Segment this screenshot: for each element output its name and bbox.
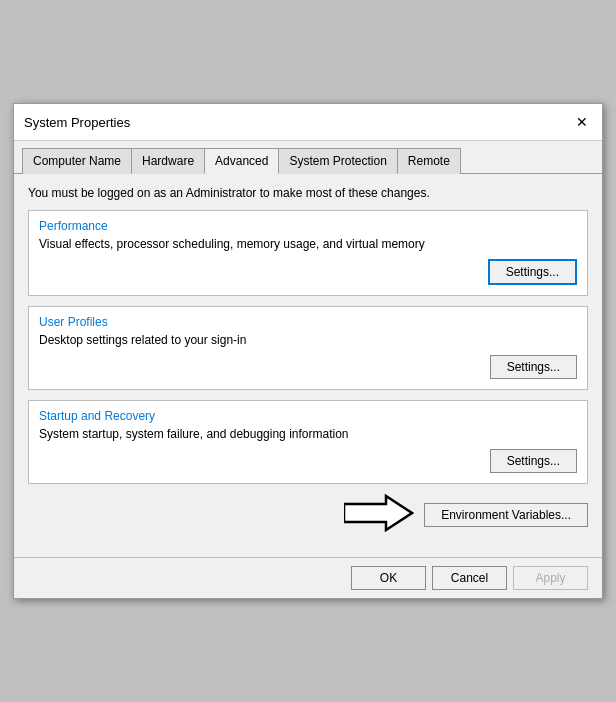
cancel-button[interactable]: Cancel (432, 566, 507, 590)
dialog-footer: OK Cancel Apply (14, 557, 602, 598)
tab-content: You must be logged on as an Administrato… (14, 174, 602, 557)
tab-bar: Computer Name Hardware Advanced System P… (14, 141, 602, 174)
user-profiles-section: User Profiles Desktop settings related t… (28, 306, 588, 390)
tab-system-protection[interactable]: System Protection (278, 148, 397, 174)
tab-remote[interactable]: Remote (397, 148, 461, 174)
tab-computer-name[interactable]: Computer Name (22, 148, 132, 174)
user-profiles-description: Desktop settings related to your sign-in (39, 333, 577, 347)
startup-recovery-section: Startup and Recovery System startup, sys… (28, 400, 588, 484)
tab-hardware[interactable]: Hardware (131, 148, 205, 174)
performance-settings-button[interactable]: Settings... (488, 259, 577, 285)
user-profiles-settings-button[interactable]: Settings... (490, 355, 577, 379)
performance-description: Visual effects, processor scheduling, me… (39, 237, 577, 251)
apply-button[interactable]: Apply (513, 566, 588, 590)
tab-advanced[interactable]: Advanced (204, 148, 279, 174)
close-button[interactable]: ✕ (572, 112, 592, 132)
startup-recovery-description: System startup, system failure, and debu… (39, 427, 577, 441)
title-bar: System Properties ✕ (14, 104, 602, 141)
performance-title: Performance (39, 219, 577, 233)
environment-variables-button[interactable]: Environment Variables... (424, 503, 588, 527)
startup-recovery-title: Startup and Recovery (39, 409, 577, 423)
svg-marker-0 (344, 496, 412, 530)
dialog-title: System Properties (24, 115, 130, 130)
system-properties-dialog: System Properties ✕ Computer Name Hardwa… (13, 103, 603, 599)
environment-variables-row: Environment Variables... (28, 494, 588, 535)
performance-section: Performance Visual effects, processor sc… (28, 210, 588, 296)
ok-button[interactable]: OK (351, 566, 426, 590)
startup-recovery-settings-button[interactable]: Settings... (490, 449, 577, 473)
arrow-icon (344, 494, 414, 535)
admin-info-text: You must be logged on as an Administrato… (28, 186, 588, 200)
user-profiles-title: User Profiles (39, 315, 577, 329)
